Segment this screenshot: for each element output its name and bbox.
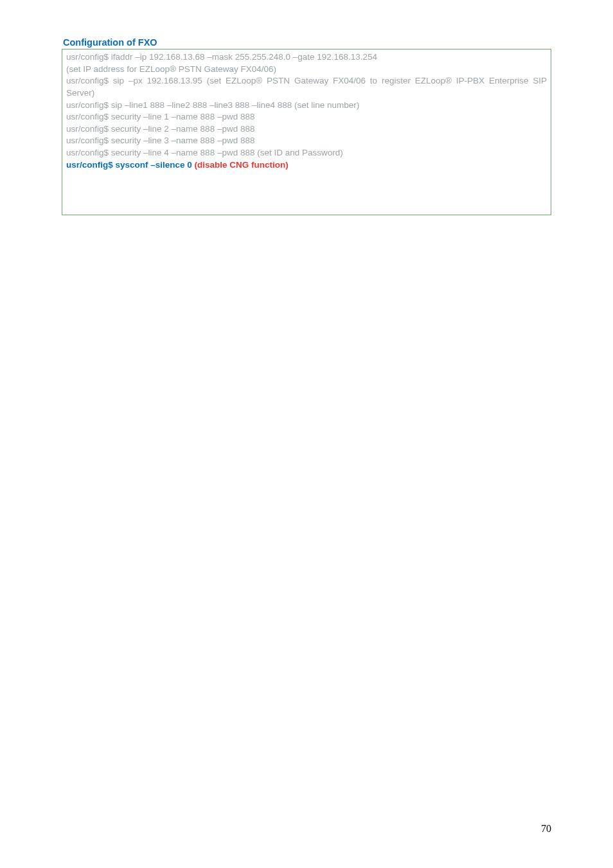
config-line: usr/config$ security –line 4 –name 888 –…	[66, 147, 547, 159]
config-line: usr/config$ security –line 2 –name 888 –…	[66, 123, 547, 136]
config-line-emphasis: usr/config$ sysconf –silence 0 (disable …	[66, 159, 547, 172]
page-number: 70	[541, 823, 551, 835]
config-line: (set IP address for EZLoop® PSTN Gateway…	[66, 64, 547, 76]
section-heading: Configuration of FXO	[63, 37, 551, 48]
config-line: usr/config$ security –line 3 –name 888 –…	[66, 135, 547, 147]
warning-text: (disable CNG function)	[195, 160, 289, 170]
config-line: usr/config$ ifaddr –ip 192.168.13.68 –ma…	[66, 51, 547, 64]
config-line: usr/config$ security –line 1 –name 888 –…	[66, 111, 547, 123]
emphasis-text: usr/config$ sysconf –silence 0	[66, 160, 195, 170]
config-line: usr/config$ sip –line1 888 –line2 888 –l…	[66, 100, 547, 112]
config-line: usr/config$ sip –px 192.168.13.95 (set E…	[66, 75, 547, 99]
config-box: usr/config$ ifaddr –ip 192.168.13.68 –ma…	[62, 49, 551, 215]
